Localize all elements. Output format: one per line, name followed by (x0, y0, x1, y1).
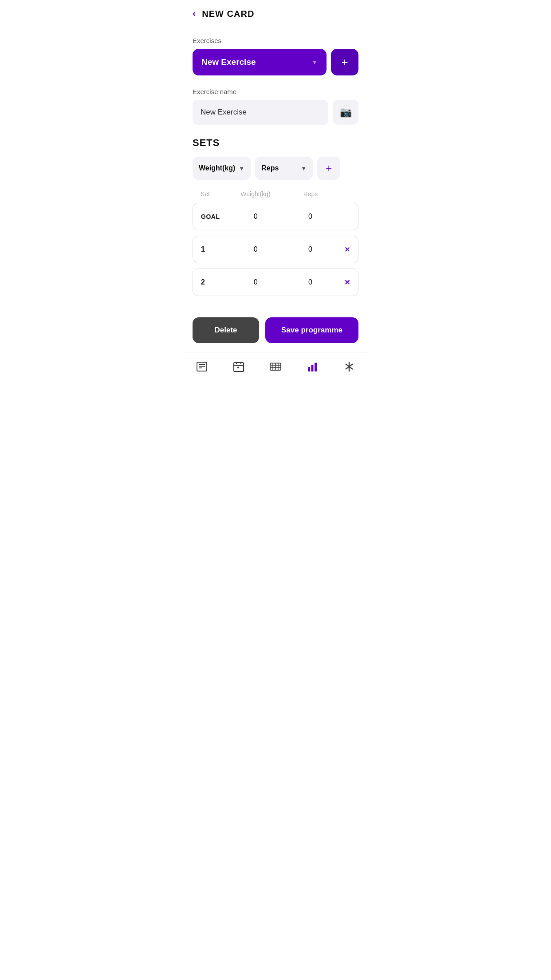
goal-label: GOAL (201, 213, 228, 220)
svg-rect-17 (315, 363, 317, 371)
exercise-row: New Exercise ▼ + (193, 49, 358, 75)
nutrition-icon (343, 360, 355, 376)
weight-dropdown[interactable]: Weight(kg) ▼ (193, 157, 251, 180)
table-row: 2 0 0 ✕ (193, 269, 358, 296)
table-row: 1 0 0 ✕ (193, 236, 358, 263)
exercise-name-section: Exercise name 📷 (193, 88, 358, 125)
bottom-nav (184, 352, 367, 383)
col-set-header: Set (201, 190, 228, 198)
add-exercise-button[interactable]: + (331, 49, 358, 75)
workouts-icon (196, 360, 208, 376)
weight-dropdown-text: Weight(kg) (199, 164, 235, 172)
exercise-name-input[interactable] (193, 100, 328, 125)
svg-rect-8 (237, 367, 239, 368)
goal-weight[interactable]: 0 (228, 213, 283, 221)
camera-button[interactable]: 📷 (333, 100, 358, 125)
sets-section: SETS Weight(kg) ▼ Reps ▼ + Set Weight(kg… (193, 137, 358, 296)
calendar-icon (232, 360, 245, 376)
set-reps[interactable]: 0 (283, 245, 338, 253)
page-title: NEW CARD (202, 9, 254, 19)
back-button[interactable]: ‹ (193, 8, 196, 20)
sets-controls: Weight(kg) ▼ Reps ▼ + (193, 157, 358, 180)
set-number: 1 (201, 245, 228, 253)
exercise-dropdown[interactable]: New Exercise ▼ (193, 49, 327, 75)
set-reps[interactable]: 0 (283, 278, 338, 286)
goal-reps[interactable]: 0 (283, 213, 338, 221)
delete-button[interactable]: Delete (193, 317, 259, 343)
exercise-dropdown-text: New Exercise (201, 57, 256, 67)
exercises-section: Exercises New Exercise ▼ + (193, 37, 358, 75)
reps-chevron-icon: ▼ (301, 165, 307, 172)
stats-icon (306, 360, 319, 376)
nav-item-workouts[interactable] (189, 359, 214, 378)
delete-row-button[interactable]: ✕ (338, 245, 350, 254)
header: ‹ NEW CARD (184, 0, 367, 26)
goal-row[interactable]: GOAL 0 0 (193, 203, 358, 230)
nav-item-calendar[interactable] (226, 359, 251, 378)
svg-rect-16 (311, 365, 313, 371)
add-col-icon: + (326, 162, 332, 174)
delete-row-button[interactable]: ✕ (338, 278, 350, 287)
save-button[interactable]: Save programme (265, 317, 358, 343)
weight-chevron-icon: ▼ (239, 165, 244, 172)
chevron-down-icon: ▼ (311, 59, 318, 66)
set-weight[interactable]: 0 (228, 278, 283, 286)
camera-icon: 📷 (340, 107, 352, 118)
video-icon (269, 360, 282, 376)
exercise-name-label: Exercise name (193, 88, 358, 95)
table-header: Set Weight(kg) Reps (193, 189, 358, 199)
col-weight-header: Weight(kg) (228, 190, 283, 198)
reps-dropdown-text: Reps (261, 164, 279, 172)
exercise-name-row: 📷 (193, 100, 358, 125)
plus-icon: + (341, 55, 348, 69)
action-buttons: Delete Save programme (184, 310, 367, 352)
reps-dropdown[interactable]: Reps ▼ (255, 157, 313, 180)
main-content: Exercises New Exercise ▼ + Exercise name… (184, 26, 367, 310)
col-reps-header: Reps (283, 190, 338, 198)
add-column-button[interactable]: + (317, 157, 340, 180)
sets-title: SETS (193, 137, 358, 149)
nav-item-nutrition[interactable] (337, 359, 362, 378)
svg-rect-15 (308, 367, 310, 371)
set-weight[interactable]: 0 (228, 245, 283, 253)
nav-item-video[interactable] (263, 359, 288, 378)
exercises-label: Exercises (193, 37, 358, 44)
set-number: 2 (201, 278, 228, 286)
nav-item-stats[interactable] (300, 359, 325, 378)
